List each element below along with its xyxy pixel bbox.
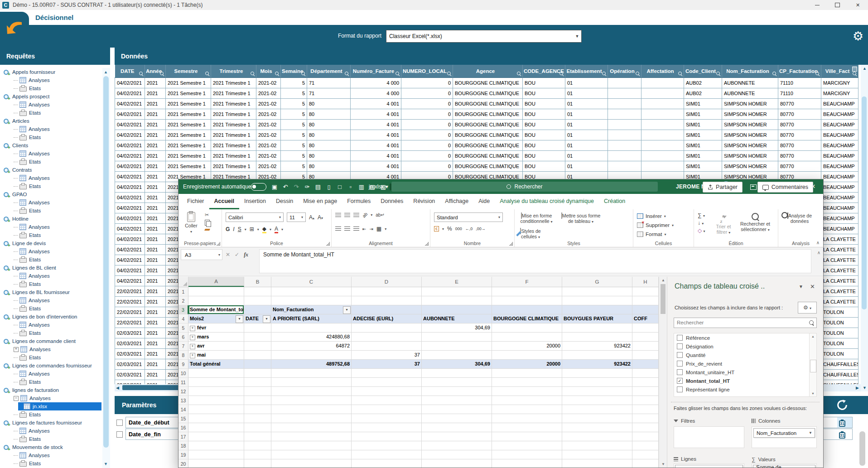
window-icon[interactable]: □ xyxy=(335,183,344,190)
ribbon-tab-aide[interactable]: Aide xyxy=(473,194,495,209)
cell-H19[interactable] xyxy=(632,450,659,459)
sidebar-group[interactable]: lignes de facturation xyxy=(0,386,101,394)
cell-B1[interactable] xyxy=(244,287,271,296)
find-select-button[interactable]: Rechercher et sélectionner ▾ xyxy=(737,213,774,233)
parameter-checkbox[interactable] xyxy=(116,431,123,438)
cell-A7[interactable]: +avr xyxy=(188,342,244,351)
fill-icon[interactable]: ↓ ▾ xyxy=(698,220,705,226)
cell-H1[interactable] xyxy=(632,287,659,296)
scroll-up-icon[interactable]: ▲ xyxy=(863,66,867,71)
cell-H6[interactable] xyxy=(632,333,659,342)
ribbon-tab-analyse-du-tableau-crois-dynamique[interactable]: Analyse du tableau croisé dynamique xyxy=(495,194,599,209)
row-header-2[interactable]: 2 xyxy=(178,296,188,305)
cell-H13[interactable] xyxy=(632,396,659,405)
cell-E16[interactable] xyxy=(422,423,492,432)
tools-gear-button[interactable]: ⚙ ▾ xyxy=(798,302,817,314)
parameters-scrollbar-thumb[interactable] xyxy=(859,431,865,466)
cell-H15[interactable] xyxy=(632,414,659,423)
cell-B12[interactable] xyxy=(244,387,271,396)
field-checkbox[interactable]: ✓ xyxy=(677,378,683,384)
row-header-11[interactable]: 11 xyxy=(178,378,188,387)
row-header-1[interactable]: 1 xyxy=(178,287,188,296)
expand-icon[interactable]: + xyxy=(190,344,195,349)
fields-list-scrollbar[interactable]: ▲▼ xyxy=(809,333,816,396)
row-header-18[interactable]: 18 xyxy=(178,441,188,450)
cell-G8[interactable] xyxy=(562,351,632,360)
open-folder-icon[interactable]: ▤ xyxy=(313,183,323,190)
cell-C13[interactable] xyxy=(271,396,352,405)
row-header-20[interactable]: 20 xyxy=(178,459,188,468)
align-top-icon[interactable] xyxy=(335,213,341,217)
cell-G16[interactable] xyxy=(562,423,632,432)
column-header-E[interactable]: E xyxy=(422,277,492,287)
expand-icon[interactable]: + xyxy=(190,326,195,331)
cell-H14[interactable] xyxy=(632,405,659,414)
column-header-B[interactable]: B xyxy=(244,277,271,287)
conditional-formatting-button[interactable]: Mise en forme conditionnelle ▾ xyxy=(516,213,556,225)
column-header[interactable]: Code_Client xyxy=(684,65,722,78)
field-item[interactable]: Désignation xyxy=(674,342,816,351)
cell-E12[interactable] xyxy=(422,387,492,396)
copy-icon[interactable] xyxy=(205,220,210,226)
column-header[interactable]: DATE xyxy=(115,65,145,78)
row-header-14[interactable]: 14 xyxy=(178,405,188,414)
analyze-data-button[interactable]: Analyse de données xyxy=(780,213,819,224)
increase-decimal-icon[interactable]: ←,0 xyxy=(465,227,473,231)
cell-E9[interactable]: 304,69 xyxy=(422,360,492,369)
sidebar-item-analyses[interactable]: Analyses xyxy=(0,370,101,378)
cell-B16[interactable] xyxy=(244,423,271,432)
ribbon-tab-formules[interactable]: Formules xyxy=(342,194,376,209)
cell-E8[interactable] xyxy=(422,351,492,360)
cell-G13[interactable] xyxy=(562,396,632,405)
pen-icon[interactable]: ✑ xyxy=(303,183,312,190)
cell-F3[interactable] xyxy=(492,305,562,314)
cell-B8[interactable] xyxy=(244,351,271,360)
column-header[interactable]: Agence xyxy=(453,65,523,78)
paste-button[interactable]: Coller▾ xyxy=(181,212,201,234)
cell-A18[interactable] xyxy=(188,441,244,450)
cell-D7[interactable] xyxy=(352,342,422,351)
field-item[interactable]: Prix_de_revient xyxy=(674,359,816,368)
sidebar-group[interactable]: Articles xyxy=(0,117,101,125)
cell-D4[interactable]: ADECISE (EURL) xyxy=(352,314,422,323)
sidebar-item-analyses[interactable]: Analyses xyxy=(0,125,101,133)
cell-F7[interactable]: 20000 xyxy=(492,342,562,351)
ribbon-tab-affichage[interactable]: Affichage xyxy=(440,194,473,209)
sidebar-item-etats[interactable]: Etats xyxy=(0,378,101,386)
vscrollbar-thumb[interactable] xyxy=(862,96,867,309)
cell-H12[interactable] xyxy=(632,387,659,396)
field-checkbox[interactable] xyxy=(677,361,683,367)
sidebar-item-analyses[interactable]: Analyses xyxy=(0,174,101,182)
sidebar-group[interactable]: Lignes de bon d'intervention xyxy=(0,313,101,321)
sidebar-group[interactable]: Lignes de commandes fournisseur xyxy=(0,362,101,370)
cell-H11[interactable] xyxy=(632,378,659,387)
cell-H10[interactable] xyxy=(632,369,659,378)
column-header[interactable]: CODE_AGENCE xyxy=(523,65,565,78)
sidebar-item-analyses[interactable]: Analyses xyxy=(0,76,101,84)
ribbon-tab-cr-ation[interactable]: Création xyxy=(599,194,630,209)
cell-D17[interactable] xyxy=(352,432,422,441)
cell-B9[interactable] xyxy=(244,360,271,369)
column-header-C[interactable]: C xyxy=(271,277,352,287)
field-item[interactable]: Référence xyxy=(674,333,816,342)
field-checkbox[interactable] xyxy=(677,369,683,375)
sidebar-item-etats[interactable]: Etats xyxy=(0,304,101,313)
cell-F5[interactable] xyxy=(492,323,562,333)
cell-B4[interactable]: DATE▾ xyxy=(244,314,271,323)
cell-B17[interactable] xyxy=(244,432,271,441)
rows-area-box[interactable]: Mois2▼ xyxy=(674,463,744,468)
sidebar-item-analyses[interactable]: −Analyses xyxy=(0,394,101,402)
cell-F20[interactable] xyxy=(492,459,562,468)
ribbon-tab-mise-en-page[interactable]: Mise en page xyxy=(298,194,342,209)
row-header-13[interactable]: 13 xyxy=(178,396,188,405)
cell-A12[interactable] xyxy=(188,387,244,396)
ribbon-tab-dessin[interactable]: Dessin xyxy=(271,194,298,209)
cell-B14[interactable] xyxy=(244,405,271,414)
share-button[interactable]: Partager xyxy=(703,182,743,193)
column-header[interactable]: CP_Facturation xyxy=(778,65,821,78)
cell-F4[interactable]: BOURGOGNE CLIMATIQUE xyxy=(492,314,562,323)
cell-F10[interactable] xyxy=(492,369,562,378)
cell-G19[interactable] xyxy=(562,450,632,459)
cell-D13[interactable] xyxy=(352,396,422,405)
cell-G1[interactable] xyxy=(562,287,632,296)
